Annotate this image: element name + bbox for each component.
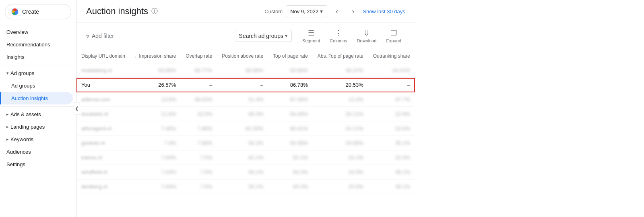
cell-outranking-share: 47.7% xyxy=(368,92,415,107)
create-button[interactable]: Create xyxy=(5,4,71,19)
cell-top-page-rate: 81.1% xyxy=(268,150,313,165)
sidebar-item-audiences[interactable]: Audiences xyxy=(0,146,73,158)
cell-impression-share: 7.04% xyxy=(130,165,181,179)
filter-label: Add filter xyxy=(92,33,114,39)
create-label: Create xyxy=(22,8,39,15)
sidebar-item-overview[interactable]: Overview xyxy=(0,26,73,38)
cell-impression-share-you: 26.57% xyxy=(130,78,181,92)
table-row: kalnox.nl 7.04% 7.5% 62.1% 81.1% 24.1% 2… xyxy=(76,150,415,165)
cell-overlap-rate: 7.5% xyxy=(181,179,217,194)
filter-icon: ▿ xyxy=(86,32,89,40)
help-icon[interactable]: ⓘ xyxy=(151,7,158,16)
cell-top-page-rate-you: 86.78% xyxy=(268,78,313,92)
table-row: adtersa.com 13.6% 48.63% 51.4% 87.46% 12… xyxy=(76,92,415,107)
sidebar-section-ads-assets[interactable]: ▸ Ads & assets xyxy=(0,108,76,121)
cell-impression-share: 50.88% xyxy=(130,63,181,78)
cell-overlap-rate: 68.77% xyxy=(181,63,217,78)
table-container: Display URL domain ↓ Impression share Ov… xyxy=(76,49,415,217)
cell-overlap-rate-you: – xyxy=(181,78,217,92)
cell-outranking-share: 22.6% xyxy=(368,121,415,136)
cell-domain: mobileking.nl xyxy=(76,63,130,78)
chevron-right-icon-ads: ▸ xyxy=(6,112,9,117)
sidebar-item-auction-insights[interactable]: Auction insights xyxy=(0,92,73,104)
segment-icon: ☰ xyxy=(308,29,314,38)
col-display-url: Display URL domain xyxy=(76,49,130,63)
sidebar-item-insights[interactable]: Insights xyxy=(0,51,73,63)
cell-domain: windfield.nl xyxy=(76,165,130,179)
cell-position-above-rate: 56.1% xyxy=(217,179,268,194)
cell-position-above-rate: 68.98% xyxy=(217,63,268,78)
segment-button[interactable]: ☰ Segment xyxy=(298,26,324,46)
sidebar-section-landing-pages[interactable]: ▸ Landing pages xyxy=(0,121,76,133)
table-row: mobileking.nl 50.88% 68.77% 68.98% 50.88… xyxy=(76,63,415,78)
cell-abs-top-page-rate: 34.11% xyxy=(313,107,368,121)
cell-outranking-share: 48.1% xyxy=(368,165,415,179)
download-icon: ⇓ xyxy=(363,29,369,38)
cell-overlap-rate: 48.63% xyxy=(181,92,217,107)
cell-overlap-rate: 7.96% xyxy=(181,121,217,136)
cell-top-page-rate: 84.3% xyxy=(268,165,313,179)
sidebar-item-recommendations[interactable]: Recommendations xyxy=(0,38,73,51)
sidebar: Create Overview Recommendations Insights… xyxy=(0,0,76,217)
prev-date-button[interactable]: ‹ xyxy=(330,5,343,18)
table-row: denlberg.nl 7.04% 7.5% 56.1% 84.3% 24.0%… xyxy=(76,179,415,194)
cell-abs-top-page-rate: 48.37% xyxy=(313,63,368,78)
cell-position-above-rate: 56.2% xyxy=(217,136,268,150)
cell-abs-top-page-rate: 24.0% xyxy=(313,179,368,194)
columns-button[interactable]: ⋮ Columns xyxy=(326,26,351,46)
sidebar-divider-1 xyxy=(0,65,76,65)
plus-icon xyxy=(11,8,19,16)
cell-domain: denlberg.nl xyxy=(76,179,130,194)
search-ad-groups-dropdown[interactable]: Search ad groups ▾ xyxy=(235,30,292,42)
cell-position-above-rate-you: – xyxy=(217,78,268,92)
auction-insights-table: Display URL domain ↓ Impression share Ov… xyxy=(76,49,415,194)
sidebar-section-keywords[interactable]: ▸ Keywords xyxy=(0,133,76,146)
custom-label: Custom xyxy=(264,8,283,15)
show-last-30-days-link[interactable]: Show last 30 days xyxy=(363,8,405,15)
cell-abs-top-page-rate: 24.11% xyxy=(313,121,368,136)
cell-top-page-rate: 50.88% xyxy=(268,63,313,78)
cell-impression-share: 7.04% xyxy=(130,179,181,194)
cell-outranking-share: 22.5% xyxy=(368,150,415,165)
chevron-right-icon-landing: ▸ xyxy=(6,124,9,129)
chevron-down-icon: ▾ xyxy=(6,71,9,76)
cell-outranking-share: 35.1% xyxy=(368,136,415,150)
sidebar-item-settings[interactable]: Settings xyxy=(0,158,73,171)
sort-icon: ↓ xyxy=(135,54,137,58)
cell-abs-top-page-rate: 24.0% xyxy=(313,165,368,179)
date-dropdown-icon: ▾ xyxy=(320,8,323,15)
col-position-above-rate: Position above rate xyxy=(217,49,268,63)
cell-abs-top-page-rate: 24.06% xyxy=(313,136,368,150)
expand-icon: ❐ xyxy=(390,29,397,38)
toolbar-right: Search ad groups ▾ ☰ Segment ⋮ Columns ⇓… xyxy=(235,26,405,46)
cell-abs-top-page-rate-you: 20.53% xyxy=(313,78,368,92)
next-date-button[interactable]: › xyxy=(347,5,359,18)
toolbar-actions: ☰ Segment ⋮ Columns ⇓ Download ❐ Expand xyxy=(298,26,405,46)
dropdown-arrow-icon: ▾ xyxy=(285,33,287,39)
table-row: genkels.nl 7.4% 7.86% 56.2% 84.38% 24.06… xyxy=(76,136,415,150)
cell-domain: kalnox.nl xyxy=(76,150,130,165)
expand-button[interactable]: ❐ Expand xyxy=(382,26,405,46)
col-abs-top-page-rate: Abs. Top of page rate xyxy=(313,49,368,63)
cell-overlap-rate: 42.5% xyxy=(181,107,217,121)
table-row: alfonagerd.nl 7.46% 7.96% 62.35% 80.41% … xyxy=(76,121,415,136)
date-picker[interactable]: Nov 9, 2022 ▾ xyxy=(286,5,327,17)
table-row: duralekts.nl 11.6% 42.5% 68.3% 84.49% 34… xyxy=(76,107,415,121)
page-title: Auction insights ⓘ xyxy=(86,6,258,17)
cell-domain-you: You xyxy=(76,78,130,92)
you-row: You 26.57% – – 86.78% 20.53% – xyxy=(76,78,415,92)
cell-domain: duralekts.nl xyxy=(76,107,130,121)
sidebar-item-ad-groups[interactable]: Ad groups xyxy=(0,79,73,92)
cell-top-page-rate: 84.49% xyxy=(268,107,313,121)
sidebar-section-ad-groups[interactable]: ▾ Ad groups xyxy=(0,67,76,79)
download-button[interactable]: ⇓ Download xyxy=(353,26,381,46)
cell-outranking-share-you: – xyxy=(368,78,415,92)
cell-position-above-rate: 62.35% xyxy=(217,121,268,136)
columns-icon: ⋮ xyxy=(335,29,342,38)
cell-outranking-share: 22.9% xyxy=(368,107,415,121)
sidebar-toggle[interactable]: ❮ xyxy=(74,102,80,115)
col-outranking-share: Outranking share xyxy=(368,49,415,63)
filter-area[interactable]: ▿ Add filter xyxy=(86,32,231,40)
col-impression-share[interactable]: ↓ Impression share xyxy=(130,49,181,63)
cell-overlap-rate: 7.5% xyxy=(181,150,217,165)
